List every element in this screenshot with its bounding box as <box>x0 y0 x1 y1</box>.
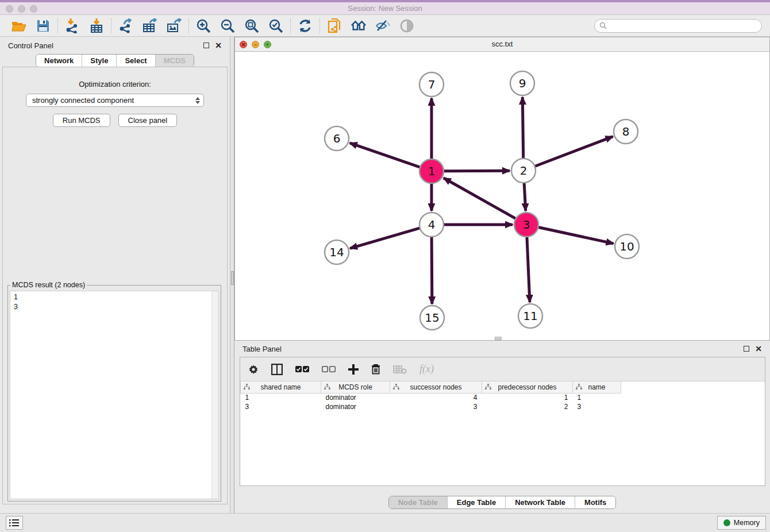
export-image-icon[interactable] <box>166 18 182 34</box>
result-scrollbar[interactable] <box>211 291 218 499</box>
memory-status-icon <box>723 519 730 526</box>
tab-network[interactable]: Network <box>36 55 82 67</box>
graph-edge-3-10[interactable] <box>538 227 614 243</box>
zoom-fit-icon[interactable] <box>244 18 260 34</box>
graph-edge-3-1[interactable] <box>444 178 516 219</box>
graph-node-label-9: 9 <box>519 76 526 90</box>
zoom-out-icon[interactable] <box>220 18 236 34</box>
status-bar: Memory <box>0 513 770 532</box>
task-history-button[interactable] <box>6 516 23 530</box>
table-cell[interactable]: 1 <box>482 393 573 402</box>
table-cell[interactable]: dominator <box>321 393 390 402</box>
graph-node-label-15: 15 <box>425 311 439 325</box>
tab-motifs[interactable]: Motifs <box>575 496 615 508</box>
graph-edge-3-11[interactable] <box>527 237 530 302</box>
table-toolbar: f(x) <box>240 357 765 381</box>
window-title: Session: New Session <box>0 4 770 13</box>
tab-network-table[interactable]: Network Table <box>506 496 575 508</box>
search-container <box>594 19 762 33</box>
select-stepper-icon <box>195 97 200 104</box>
control-panel-title: Control Panel <box>8 41 53 50</box>
split-divider[interactable] <box>230 37 234 513</box>
divider-grip[interactable] <box>231 271 234 285</box>
table-body: 1dominator4113dominator323 <box>241 393 621 411</box>
run-mcds-button[interactable]: Run MCDS <box>53 114 110 127</box>
graph-edge-4-15[interactable] <box>432 237 432 304</box>
table-cell[interactable]: 3 <box>241 402 321 411</box>
canvas-splitter-thumb[interactable] <box>495 337 502 340</box>
table-cell[interactable]: 1 <box>573 393 621 402</box>
graph-edge-2-3[interactable] <box>524 183 526 211</box>
unselect-all-icon[interactable] <box>322 366 336 373</box>
table-cell[interactable]: 2 <box>482 402 573 411</box>
search-field[interactable] <box>594 19 762 33</box>
mcds-result-title: MCDS result (2 nodes) <box>10 281 87 289</box>
float-table-panel-icon[interactable] <box>744 346 749 352</box>
optimization-criterion-label: Optimization criterion: <box>3 80 227 88</box>
column-header[interactable]: MCDS role <box>321 381 390 393</box>
zoom-selected-icon[interactable] <box>268 18 284 34</box>
column-header[interactable]: predecessor nodes <box>482 381 573 393</box>
memory-button[interactable]: Memory <box>717 516 766 530</box>
export-network-icon[interactable] <box>118 18 134 34</box>
mcds-result-group: MCDS result (2 nodes) 1 3 <box>7 281 221 502</box>
table-settings-icon[interactable] <box>248 364 259 375</box>
graph-edge-2-9[interactable] <box>522 97 523 159</box>
close-panel-button[interactable]: Close panel <box>118 114 178 127</box>
network-minimize-button[interactable]: − <box>252 41 259 48</box>
network-canvas[interactable]: 7968124314101511 <box>235 52 769 340</box>
table-row[interactable]: 1dominator411 <box>241 393 621 402</box>
first-neighbors-icon[interactable] <box>351 18 367 34</box>
criterion-value: strongly connected component <box>32 96 195 105</box>
table-cell[interactable]: 3 <box>390 402 482 411</box>
graph-node-label-2: 2 <box>520 164 528 178</box>
graph-edge-2-8[interactable] <box>535 137 613 167</box>
import-table-icon[interactable] <box>88 18 105 34</box>
refresh-layout-icon[interactable] <box>297 18 313 34</box>
export-table-icon[interactable] <box>142 18 158 34</box>
network-graph[interactable]: 7968124314101511 <box>235 52 769 340</box>
graph-node-label-10: 10 <box>619 240 634 253</box>
table-cell[interactable]: 1 <box>241 393 321 402</box>
network-zoom-button[interactable]: + <box>264 41 271 48</box>
tab-select[interactable]: Select <box>117 55 155 67</box>
criterion-select[interactable]: strongly connected component <box>26 94 204 107</box>
show-all-icon[interactable] <box>399 18 415 34</box>
graph-edge-1-6[interactable] <box>350 143 420 167</box>
zoom-in-icon[interactable] <box>195 18 211 34</box>
tab-mcds[interactable]: MCDS <box>156 55 194 67</box>
graph-edge-1-2[interactable] <box>444 171 510 171</box>
table-header-row[interactable]: shared nameMCDS rolesuccessor nodesprede… <box>241 381 621 393</box>
tab-style[interactable]: Style <box>82 55 117 67</box>
network-window-title: scc.txt <box>235 37 769 48</box>
save-session-icon[interactable] <box>35 18 51 34</box>
close-panel-icon[interactable]: ✕ <box>215 43 222 48</box>
column-header[interactable]: successor nodes <box>390 381 482 393</box>
table-row[interactable]: 3dominator323 <box>241 402 621 411</box>
table-panel-title: Table Panel <box>242 345 282 353</box>
tab-edge-table[interactable]: Edge Table <box>448 496 506 508</box>
network-window-titlebar[interactable]: ✕ − + scc.txt <box>235 37 769 52</box>
column-header[interactable]: name <box>573 381 621 393</box>
graph-node-label-11: 11 <box>523 309 537 323</box>
float-panel-icon[interactable] <box>203 43 209 48</box>
network-close-button[interactable]: ✕ <box>240 41 247 48</box>
table-cell[interactable]: 4 <box>390 393 482 402</box>
clone-network-icon[interactable] <box>326 18 342 34</box>
table-cell[interactable]: dominator <box>321 402 390 411</box>
import-network-icon[interactable] <box>64 18 80 34</box>
open-session-icon[interactable] <box>11 18 27 34</box>
table-cell[interactable]: 3 <box>573 402 621 411</box>
delete-column-icon[interactable] <box>371 364 380 375</box>
search-input[interactable] <box>610 22 757 30</box>
tab-node-table[interactable]: Node Table <box>389 496 448 508</box>
hide-selected-icon[interactable] <box>375 18 391 34</box>
create-column-icon[interactable] <box>348 364 359 375</box>
close-table-panel-icon[interactable]: ✕ <box>755 346 762 352</box>
mcds-result-text[interactable]: 1 3 <box>10 291 219 499</box>
graph-node-label-14: 14 <box>329 245 344 259</box>
graph-edge-4-14[interactable] <box>350 228 420 248</box>
show-column-icon[interactable] <box>271 364 283 375</box>
column-header[interactable]: shared name <box>241 381 321 393</box>
select-all-icon[interactable] <box>295 366 309 373</box>
